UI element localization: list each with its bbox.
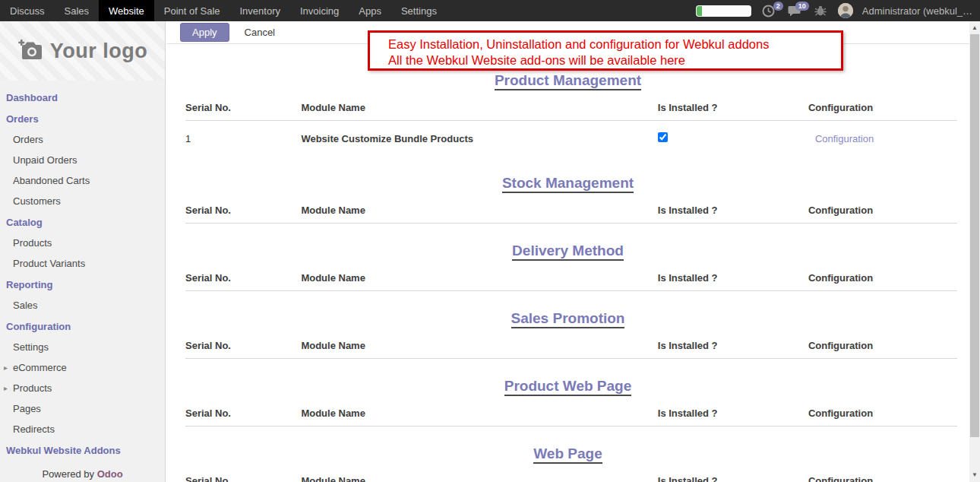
column-header-module-name: Module Name (301, 336, 657, 359)
section-title-link[interactable]: Web Page (533, 446, 602, 464)
sidebar-nav: DashboardOrdersOrdersUnpaid OrdersAbando… (0, 81, 165, 461)
column-header-serial-no: Serial No. (185, 471, 301, 482)
column-header-module-name: Module Name (301, 471, 657, 482)
sidebar-item-product-variants[interactable]: Product Variants (0, 253, 165, 274)
sidebar-item-unpaid-orders[interactable]: Unpaid Orders (0, 150, 165, 170)
section-stock-management: Stock Management Serial No.Module NameIs… (166, 174, 969, 224)
sidebar-heading-configuration[interactable]: Configuration (0, 316, 165, 337)
configuration-link[interactable]: Configuration (815, 133, 874, 144)
section-title-link[interactable]: Sales Promotion (511, 310, 625, 328)
section-title-link[interactable]: Delivery Method (512, 243, 624, 261)
sidebar-heading-reporting[interactable]: Reporting (0, 274, 165, 295)
nav-item-apps[interactable]: Apps (349, 0, 391, 21)
sidebar-item-label: Pages (13, 403, 41, 414)
module-table: Serial No.Module NameIs Installed ?Confi… (185, 336, 957, 359)
module-table: Serial No.Module NameIs Installed ?Confi… (185, 268, 957, 291)
annotation-box: Easy Installation, Uninstallation and co… (368, 30, 843, 71)
column-header-is-installed: Is Installed ? (658, 268, 808, 291)
section-title-link[interactable]: Product Web Page (504, 378, 632, 396)
installed-cell (658, 121, 808, 157)
chevron-right-icon: ▸ (4, 363, 13, 372)
sidebar-item-label: eCommerce (13, 362, 67, 373)
column-header-serial-no: Serial No. (185, 201, 301, 224)
nav-item-website[interactable]: Website (99, 0, 154, 21)
scroll-down-icon[interactable]: ▼ (969, 470, 980, 480)
section-title-link[interactable]: Product Management (495, 72, 641, 90)
sidebar-item-label: Customers (13, 195, 61, 207)
vertical-scrollbar[interactable]: ▲ ▼ (969, 21, 980, 482)
sidebar-item-pages[interactable]: Pages (0, 398, 165, 419)
sidebar-item-customers[interactable]: Customers (0, 191, 165, 211)
column-header-module-name: Module Name (301, 404, 657, 427)
sidebar-item-sales[interactable]: Sales (0, 295, 165, 316)
systray-progress[interactable] (696, 5, 751, 17)
table-row: 1Website Customize Bundle ProductsConfig… (185, 121, 957, 157)
column-header-configuration: Configuration (808, 201, 957, 224)
cancel-button[interactable]: Cancel (245, 27, 275, 38)
sidebar-item-products[interactable]: ▸Products (0, 378, 165, 398)
logo-text: Your logo (50, 40, 147, 63)
column-header-module-name: Module Name (301, 201, 657, 224)
sidebar-item-settings[interactable]: Settings (0, 337, 165, 357)
sidebar-item-ecommerce[interactable]: ▸eCommerce (0, 357, 165, 378)
scrollbar-thumb[interactable] (970, 34, 979, 437)
powered-by: Powered by Odoo (0, 468, 165, 480)
nav-item-inventory[interactable]: Inventory (230, 0, 290, 21)
sidebar-heading-catalog[interactable]: Catalog (0, 211, 165, 233)
nav-item-point-of-sale[interactable]: Point of Sale (154, 0, 230, 21)
nav-item-sales[interactable]: Sales (55, 0, 100, 21)
column-header-serial-no: Serial No. (185, 404, 301, 427)
column-header-serial-no: Serial No. (185, 98, 301, 121)
column-header-is-installed: Is Installed ? (658, 201, 808, 224)
avatar[interactable] (838, 3, 853, 18)
sidebar-item-redirects[interactable]: Redirects (0, 419, 165, 439)
nav-item-invoicing[interactable]: Invoicing (290, 0, 349, 21)
scroll-up-icon[interactable]: ▲ (969, 23, 980, 33)
chevron-right-icon: ▸ (4, 384, 13, 392)
installed-checkbox[interactable] (658, 132, 668, 142)
column-header-is-installed: Is Installed ? (658, 336, 808, 359)
sidebar-item-label: Unpaid Orders (13, 154, 77, 166)
column-header-configuration: Configuration (808, 404, 957, 427)
sidebar-heading-dashboard[interactable]: Dashboard (0, 87, 165, 108)
column-header-configuration: Configuration (808, 471, 957, 482)
sidebar-item-orders[interactable]: Orders (0, 129, 165, 150)
section-title-link[interactable]: Stock Management (502, 175, 634, 193)
module-name-cell: Website Customize Bundle Products (301, 121, 657, 157)
column-header-is-installed: Is Installed ? (658, 98, 808, 121)
column-header-configuration: Configuration (808, 98, 957, 121)
odoo-brand-link[interactable]: Odoo (97, 468, 123, 480)
column-header-is-installed: Is Installed ? (658, 404, 808, 427)
section-web-page: Web Page Serial No.Module NameIs Install… (166, 445, 969, 482)
section-sales-promotion: Sales Promotion Serial No.Module NameIs … (166, 309, 969, 359)
apply-button[interactable]: Apply (180, 23, 229, 42)
camera-icon (17, 39, 43, 63)
chat-icon[interactable]: 10 (786, 4, 803, 17)
nav-item-discuss[interactable]: Discuss (0, 0, 55, 21)
section-product-management: Product Management Serial No.Module Name… (166, 71, 969, 156)
column-header-module-name: Module Name (301, 268, 657, 291)
progress-fill (697, 6, 702, 16)
sidebar-item-label: Orders (13, 134, 43, 145)
logo-area[interactable]: Your logo (0, 21, 165, 81)
module-table: Serial No.Module NameIs Installed ?Confi… (185, 201, 957, 224)
configuration-cell: Configuration (808, 121, 957, 157)
bug-icon[interactable] (812, 4, 829, 17)
serial-cell: 1 (185, 121, 301, 157)
sidebar-item-abandoned-carts[interactable]: Abandoned Carts (0, 170, 165, 191)
sidebar-heading-orders[interactable]: Orders (0, 108, 165, 129)
sidebar-item-label: Settings (13, 341, 49, 353)
nav-item-settings[interactable]: Settings (391, 0, 447, 21)
sidebar: Your logo DashboardOrdersOrdersUnpaid Or… (0, 21, 166, 482)
sidebar-heading-webkul-website-addons[interactable]: Webkul Website Addons (0, 439, 165, 461)
module-table: Serial No.Module NameIs Installed ?Confi… (185, 471, 957, 482)
section-product-web-page: Product Web Page Serial No.Module NameIs… (166, 377, 969, 427)
message-badge: 10 (795, 2, 809, 11)
module-sections: Product Management Serial No.Module Name… (166, 71, 969, 482)
sidebar-item-label: Product Variants (13, 258, 85, 269)
clock-icon[interactable]: 2 (760, 4, 777, 17)
column-header-is-installed: Is Installed ? (658, 471, 808, 482)
sidebar-item-products[interactable]: Products (0, 233, 165, 253)
section-delivery-method: Delivery Method Serial No.Module NameIs … (166, 242, 969, 291)
user-menu[interactable]: Administrator (webkul_… (862, 5, 972, 17)
